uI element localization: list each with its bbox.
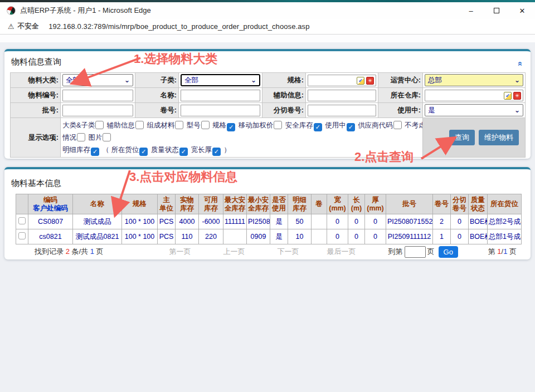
cell-in-use[interactable]: 是 bbox=[270, 229, 288, 244]
option-checkbox-safety-stock[interactable] bbox=[314, 123, 322, 131]
name-input[interactable] bbox=[181, 90, 260, 101]
cell-roll-no[interactable]: 2 bbox=[433, 214, 451, 229]
maintain-material-button[interactable]: 维护物料 bbox=[479, 130, 519, 145]
option-label: 供应商代码 bbox=[358, 121, 393, 129]
header-batch: 批号 bbox=[386, 194, 433, 214]
cell-spec[interactable]: 100 * 100 bbox=[122, 229, 158, 244]
chevron-down-icon: ⌄ bbox=[251, 77, 256, 83]
option-checkbox-detail-stock[interactable] bbox=[91, 148, 99, 156]
option-checkbox-auxinfo[interactable] bbox=[135, 121, 144, 129]
cell-max-safety[interactable]: 111111 bbox=[223, 214, 247, 229]
close-button[interactable]: ✕ bbox=[509, 2, 535, 19]
query-button[interactable]: 查询 bbox=[449, 130, 475, 145]
cell-roll-no[interactable]: 1 bbox=[433, 229, 451, 244]
material-code-input[interactable] bbox=[62, 90, 133, 101]
cell-max-safety[interactable] bbox=[223, 229, 247, 244]
option-checkbox-supplier-code[interactable] bbox=[393, 121, 402, 129]
current-page: 1 bbox=[497, 247, 501, 256]
picker-icon[interactable]: ✔ bbox=[504, 92, 512, 100]
batch-input[interactable] bbox=[62, 105, 133, 116]
cell-roll[interactable] bbox=[312, 214, 327, 229]
minimize-button[interactable]: – bbox=[458, 2, 484, 19]
chevron-down-icon: ⌄ bbox=[514, 107, 520, 113]
cell-width[interactable]: 0 bbox=[327, 214, 348, 229]
subcategory-select[interactable]: 全部 ⌄ bbox=[181, 74, 260, 86]
cell-width[interactable]: 0 bbox=[327, 229, 348, 244]
cell-slit-roll[interactable]: 0 bbox=[451, 229, 469, 244]
option-checkbox-picture[interactable] bbox=[103, 133, 111, 141]
row-checkbox[interactable] bbox=[18, 232, 26, 239]
header-quality: 质量状态 bbox=[469, 194, 488, 214]
cell-spec[interactable]: 100 * 100 bbox=[122, 214, 158, 229]
aux-info-input[interactable] bbox=[308, 90, 376, 101]
collapse-panel-icon[interactable]: « bbox=[515, 61, 525, 66]
header-unit: 主单位 bbox=[158, 194, 176, 214]
titlebar: 点晴ERP子系统 - 用户1 - Microsoft Edge – ✕ bbox=[0, 2, 535, 19]
first-page-link[interactable]: 第一页 bbox=[169, 247, 191, 257]
clear-field-icon[interactable]: ✳ bbox=[366, 77, 374, 85]
picker-icon[interactable]: ✔ bbox=[357, 77, 364, 85]
cell-name[interactable]: 测试成品0821 bbox=[73, 229, 122, 244]
option-checkbox-location[interactable] bbox=[139, 148, 148, 156]
cell-roll[interactable] bbox=[312, 229, 327, 244]
option-checkbox-spec[interactable] bbox=[227, 123, 235, 131]
option-checkbox-wlt[interactable] bbox=[212, 148, 221, 156]
cell-name[interactable]: 测试成品 bbox=[73, 214, 122, 229]
cell-thickness[interactable]: 0 bbox=[365, 214, 386, 229]
name-label: 名称: bbox=[135, 88, 179, 103]
clear-field-icon[interactable]: ✳ bbox=[513, 92, 521, 100]
option-checkbox-model[interactable] bbox=[201, 121, 210, 129]
operation-center-select[interactable]: 总部 ⌄ bbox=[425, 74, 523, 86]
cell-length[interactable]: 0 bbox=[348, 214, 365, 229]
cell-location[interactable]: 总部1号成品仓 bbox=[488, 229, 522, 244]
window-title: 点晴ERP子系统 - 用户1 - Microsoft Edge bbox=[20, 6, 151, 16]
option-label: 质量状态 bbox=[151, 146, 179, 154]
roll-input[interactable] bbox=[181, 105, 260, 116]
cell-detail-stock[interactable]: 10 bbox=[288, 229, 312, 244]
next-page-link[interactable]: 下一页 bbox=[278, 247, 299, 257]
cell-in-use[interactable]: 是 bbox=[270, 214, 288, 229]
goto-page-input[interactable] bbox=[405, 246, 426, 258]
cell-min-safety[interactable]: 0909 bbox=[247, 229, 270, 244]
cell-quality[interactable]: BOE检 bbox=[469, 214, 488, 229]
option-checkbox-category[interactable] bbox=[95, 121, 104, 129]
option-checkbox-in-use[interactable] bbox=[347, 123, 355, 131]
slit-roll-input[interactable] bbox=[308, 105, 376, 116]
cell-detail-stock[interactable]: 50 bbox=[288, 214, 312, 229]
last-page-link[interactable]: 最后一页 bbox=[327, 247, 356, 257]
cell-available-stock[interactable]: -6000 bbox=[199, 214, 223, 229]
cell-batch[interactable]: PI2509111112 bbox=[386, 229, 433, 244]
row-select-cell[interactable] bbox=[16, 229, 28, 244]
option-checkbox-quality[interactable] bbox=[179, 148, 188, 156]
page-indicator: 第 1/1 页 bbox=[488, 247, 517, 257]
go-button[interactable]: Go bbox=[439, 246, 458, 258]
address-bar[interactable]: ⚠ 不安全 192.168.0.32:789/mis/mrp/boe_produ… bbox=[0, 19, 535, 35]
row-select-cell[interactable] bbox=[16, 214, 28, 229]
cell-physical-stock[interactable]: 4000 bbox=[176, 214, 199, 229]
header-available-stock: 可用库存 bbox=[199, 194, 223, 214]
cell-available-stock[interactable]: 220 bbox=[199, 229, 223, 244]
cell-location[interactable]: 总部2号成品仓 bbox=[488, 214, 522, 229]
action-button-cell: 查询 维护物料 bbox=[423, 118, 526, 158]
option-checkbox-weighted-price[interactable] bbox=[274, 121, 282, 129]
option-checkbox-materials[interactable] bbox=[175, 121, 183, 129]
header-length: 长(m) bbox=[348, 194, 365, 214]
cell-quality[interactable]: BOE检 bbox=[469, 229, 488, 244]
material-category-label: 物料大类: bbox=[11, 73, 61, 88]
row-checkbox[interactable] bbox=[18, 217, 26, 224]
cell-physical-stock[interactable]: 110 bbox=[176, 229, 199, 244]
cell-batch[interactable]: PI2508071552 bbox=[386, 214, 433, 229]
maximize-button[interactable] bbox=[484, 2, 509, 19]
cell-unit[interactable]: PCS bbox=[158, 229, 176, 244]
cell-length[interactable]: 0 bbox=[348, 229, 365, 244]
option-checkbox-situation[interactable] bbox=[77, 133, 85, 141]
material-category-select[interactable]: 全部 ⌄ bbox=[62, 74, 133, 86]
cell-code[interactable]: cs0821 bbox=[28, 229, 73, 244]
cell-slit-roll[interactable]: 0 bbox=[451, 214, 469, 229]
cell-min-safety[interactable]: PI250807 bbox=[247, 214, 270, 229]
cell-code[interactable]: CS0807 bbox=[28, 214, 73, 229]
cell-unit[interactable]: PCS bbox=[158, 214, 176, 229]
in-use-select[interactable]: 是 ⌄ bbox=[425, 104, 523, 116]
cell-thickness[interactable]: 0 bbox=[365, 229, 386, 244]
prev-page-link[interactable]: 上一页 bbox=[223, 247, 245, 257]
